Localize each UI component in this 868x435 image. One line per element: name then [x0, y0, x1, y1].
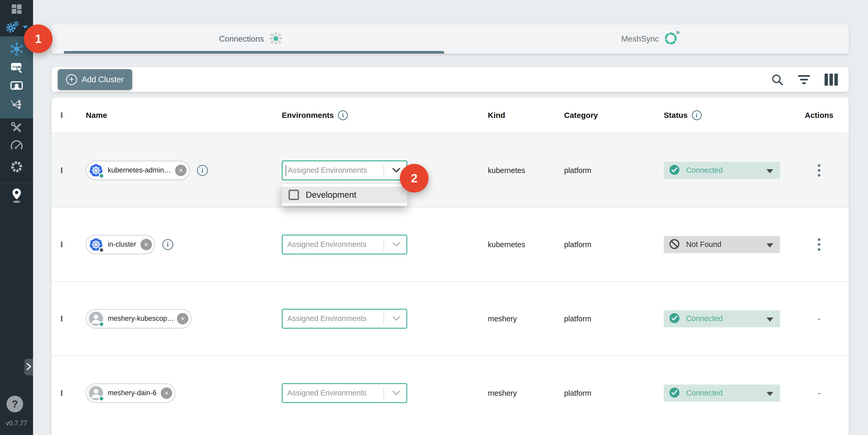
select-divider	[383, 239, 384, 251]
row-checkbox[interactable]	[61, 390, 62, 396]
text-cursor	[286, 165, 286, 176]
sidebar-item-catalog[interactable]	[0, 188, 33, 205]
app-version: v0.7.77	[0, 420, 33, 427]
status-dropdown[interactable]: Connected	[664, 162, 780, 179]
connection-name: kubernetes-admin…	[108, 166, 171, 174]
header-kind: Kind	[488, 111, 505, 120]
caret-down-icon	[767, 169, 773, 173]
mesh-ring-icon	[10, 160, 24, 175]
sidebar-item-performance[interactable]	[0, 139, 33, 154]
sidebar-item-workloads[interactable]	[9, 79, 24, 94]
row-checkbox[interactable]	[61, 167, 62, 173]
select-all-checkbox[interactable]	[61, 112, 62, 118]
status-dropdown[interactable]: Connected	[664, 310, 780, 327]
chevron-down-icon[interactable]	[392, 168, 400, 173]
close-icon[interactable]: ×	[141, 239, 152, 250]
view-columns-icon[interactable]	[825, 74, 838, 86]
select-divider	[383, 313, 384, 325]
environments-select[interactable]: Assigned Environments	[282, 383, 407, 403]
category-value: platform	[564, 240, 591, 249]
close-icon[interactable]: ×	[161, 387, 172, 399]
sidebar-item-service-mesh[interactable]	[9, 98, 24, 113]
status-label: Connected	[686, 389, 722, 397]
category-value: platform	[564, 389, 591, 397]
add-cluster-label: Add Cluster	[82, 75, 124, 84]
row-actions-menu-icon[interactable]	[816, 163, 822, 178]
active-tab-indicator	[64, 51, 444, 54]
option-checkbox[interactable]	[288, 190, 299, 200]
sidebar-divider	[0, 183, 33, 183]
chevron-down-icon[interactable]	[392, 242, 400, 247]
connection-status-dot	[99, 173, 104, 179]
annotation-badge-1: 1	[24, 25, 53, 53]
tab-connections-label: Connections	[219, 34, 264, 44]
tab-meshsync-label: MeshSync	[621, 34, 659, 44]
connection-chip[interactable]: in-cluster ×	[86, 235, 155, 254]
connection-status-dot	[99, 396, 104, 401]
status-info-icon[interactable]: i	[692, 110, 702, 120]
blocked-icon	[669, 239, 680, 251]
option-label: Development	[306, 190, 356, 200]
environments-placeholder: Assigned Environments	[288, 166, 367, 175]
kind-value: kubernetes	[488, 240, 525, 249]
row-checkbox[interactable]	[61, 242, 62, 247]
connection-chip[interactable]: meshery-kubescop… ×	[86, 309, 191, 328]
select-divider	[383, 387, 384, 399]
connection-chip[interactable]: kubernetes-admin… ×	[86, 161, 190, 180]
table-toolbar: + Add Cluster	[52, 67, 849, 92]
help-icon[interactable]: ?	[6, 396, 23, 412]
connection-info-icon[interactable]: i	[197, 165, 208, 176]
table-row: meshery-dain-6 × Assigned Environments m…	[52, 356, 849, 430]
environments-placeholder: Assigned Environments	[287, 314, 367, 323]
sidebar-item-dashboard[interactable]	[0, 3, 33, 16]
chevron-down-icon[interactable]	[392, 316, 400, 321]
environment-option-development[interactable]: Development	[282, 187, 407, 203]
header-environments: Environments	[282, 111, 334, 120]
category-value: platform	[564, 166, 591, 175]
close-icon[interactable]: ×	[175, 165, 187, 176]
header-category: Category	[564, 111, 598, 120]
environments-select[interactable]: Assigned Environments	[282, 160, 407, 180]
tab-connections[interactable]: Connections	[52, 25, 450, 54]
header-status: Status	[664, 111, 688, 120]
connection-info-icon[interactable]: i	[162, 239, 173, 250]
sidebar-item-connections[interactable]	[9, 42, 24, 57]
check-circle-icon	[669, 387, 680, 399]
tab-meshsync[interactable]: MeshSync »	[450, 25, 849, 54]
search-icon[interactable]	[771, 73, 783, 86]
header-name: Name	[86, 111, 107, 120]
connection-name: meshery-dain-6	[108, 389, 157, 397]
row-checkbox[interactable]	[61, 316, 62, 321]
table-row: kubernetes-admin… × i Assigned Environme…	[52, 133, 849, 208]
chevron-down-icon[interactable]	[392, 391, 400, 396]
kubernetes-icon	[89, 163, 103, 178]
close-icon[interactable]: ×	[177, 313, 188, 324]
add-cluster-button[interactable]: + Add Cluster	[58, 69, 132, 90]
table-header-row: Name Environments i Kind Category Status…	[52, 98, 849, 133]
status-dropdown[interactable]: Connected	[664, 384, 780, 402]
connection-status-dot	[99, 321, 104, 327]
caret-down-icon	[767, 243, 773, 247]
row-actions-empty: -	[818, 314, 820, 323]
row-actions-menu-icon[interactable]	[816, 237, 822, 252]
filter-icon[interactable]	[798, 75, 810, 84]
annotation-badge-2: 2	[400, 164, 429, 192]
meshsync-spinner-icon: »	[664, 32, 678, 46]
connection-status-dot	[99, 247, 104, 253]
connection-chip[interactable]: meshery-dain-6 ×	[86, 383, 175, 403]
meshery-connections-screen: <>	[0, 0, 868, 435]
connections-hub-icon	[269, 32, 283, 46]
status-label: Not Found	[686, 240, 721, 249]
sidebar-item-configuration[interactable]	[0, 121, 33, 135]
environments-select[interactable]: Assigned Environments	[282, 235, 407, 254]
caret-down-icon	[767, 392, 773, 396]
select-divider	[383, 164, 384, 177]
environments-info-icon[interactable]: i	[338, 110, 348, 120]
status-dropdown[interactable]: Not Found	[664, 236, 780, 253]
sidebar-item-extensions[interactable]	[0, 160, 33, 175]
sidebar-expand-button[interactable]	[25, 359, 33, 375]
meshsync-chevrons: »	[676, 28, 680, 36]
sidebar-item-adapters[interactable]: <>	[9, 60, 24, 76]
environments-placeholder: Assigned Environments	[287, 240, 367, 249]
environments-select[interactable]: Assigned Environments	[282, 309, 407, 329]
